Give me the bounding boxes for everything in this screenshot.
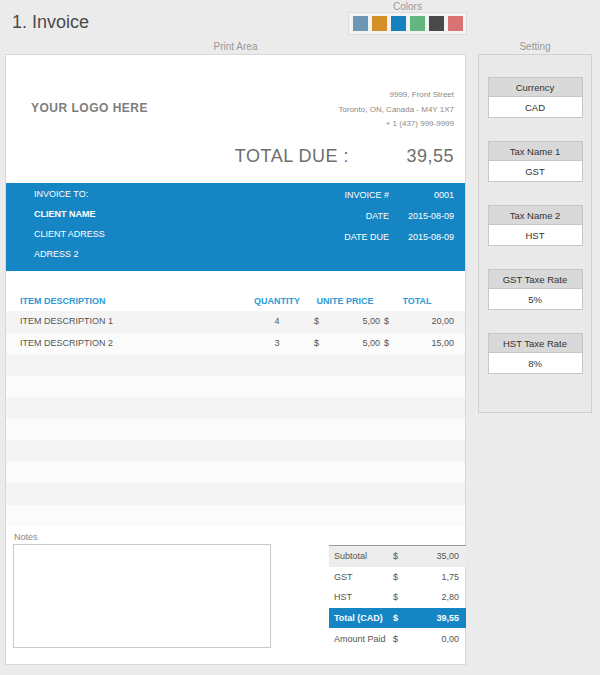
summary-row: Total (CAD) $ 39,55 [329, 608, 466, 629]
item-unit-price-cell[interactable]: 5,00 [336, 311, 380, 333]
summary-row: Amount Paid $ 0,00 [329, 628, 466, 649]
summary-currency: $ [393, 551, 407, 561]
setting-field-label: HST Taxe Rate [488, 333, 583, 353]
item-description-cell[interactable]: ITEM DESCRIPTION 2 [6, 333, 244, 355]
total-due-row: TOTAL DUE : 39,55 [235, 146, 454, 167]
setting-field-group: GST Taxe Rate 5% [488, 269, 583, 310]
table-row: ITEM DESCRIPTION 2 3 $ 5,00 $ 15,00 [6, 333, 465, 355]
summary-currency: $ [393, 572, 407, 582]
table-row-empty[interactable] [6, 397, 465, 419]
color-palette [348, 12, 467, 35]
table-row-empty[interactable] [6, 354, 465, 376]
summary-label: Total (CAD) [329, 613, 393, 623]
table-row-empty[interactable] [6, 505, 465, 527]
summary-currency: $ [393, 634, 407, 644]
print-area-label: Print Area [5, 41, 466, 52]
table-row-empty[interactable] [6, 462, 465, 484]
notes-input[interactable] [13, 544, 271, 648]
items-table-header: ITEM DESCRIPTION QUANTITY UNITE PRICE TO… [6, 291, 465, 311]
setting-field-group: Currency CAD [488, 77, 583, 118]
item-description-cell[interactable]: ITEM DESCRIPTION 1 [6, 311, 244, 333]
items-table-body: ITEM DESCRIPTION 1 4 $ 5,00 $ 20,00 ITEM… [6, 311, 465, 526]
header-quantity: QUANTITY [244, 296, 310, 306]
invoice-meta-block: INVOICE # 0001 DATE 2015-08-09 DATE DUE … [344, 185, 454, 247]
item-quantity-cell[interactable]: 4 [244, 311, 310, 333]
setting-field-group: Tax Name 1 GST [488, 141, 583, 182]
items-filled-rows: ITEM DESCRIPTION 1 4 $ 5,00 $ 20,00 ITEM… [6, 311, 465, 354]
summary-currency: $ [393, 613, 407, 623]
setting-field-group: HST Taxe Rate 8% [488, 333, 583, 374]
logo-placeholder[interactable]: YOUR LOGO HERE [31, 101, 148, 115]
color-swatch[interactable] [410, 16, 425, 31]
setting-field-label: Currency [488, 77, 583, 97]
summary-label: HST [329, 592, 393, 602]
item-unit-price-cell[interactable]: 5,00 [336, 333, 380, 355]
invoice-meta-label: INVOICE # [344, 190, 389, 200]
client-name-field[interactable]: CLIENT NAME [34, 204, 105, 224]
summary-label: GST [329, 572, 393, 582]
invoice-meta-value[interactable]: 0001 [389, 190, 454, 200]
client-address2-field[interactable]: ADRESS 2 [34, 244, 105, 264]
setting-field-value[interactable]: 8% [488, 353, 583, 374]
color-swatch[interactable] [353, 16, 368, 31]
invoice-meta-label: DATE DUE [344, 232, 389, 242]
summary-row: GST $ 1,75 [329, 567, 466, 588]
table-row-empty[interactable] [6, 440, 465, 462]
setting-panel: Currency CAD Tax Name 1 GST Tax Name 2 H… [478, 54, 592, 413]
item-total-currency: $ [380, 311, 404, 333]
summary-value: 0,00 [407, 634, 466, 644]
invoice-meta-value[interactable]: 2015-08-09 [389, 211, 454, 221]
table-row-empty[interactable] [6, 376, 465, 398]
setting-field-value[interactable]: CAD [488, 97, 583, 118]
summary-value: 39,55 [407, 613, 466, 623]
color-swatch[interactable] [448, 16, 463, 31]
summary-label: Subtotal [329, 551, 393, 561]
company-address-line3: + 1 (437) 999-9999 [339, 117, 454, 132]
invoice-print-area: YOUR LOGO HERE 9999, Front Street Toront… [5, 54, 466, 665]
setting-label: Setting [478, 41, 592, 52]
invoice-meta-value[interactable]: 2015-08-09 [389, 232, 454, 242]
colors-label: Colors [348, 1, 467, 12]
item-total-currency: $ [380, 333, 404, 355]
company-address-line1: 9999, Front Street [339, 88, 454, 103]
items-empty-rows [6, 354, 465, 526]
color-swatch[interactable] [429, 16, 444, 31]
table-row: ITEM DESCRIPTION 1 4 $ 5,00 $ 20,00 [6, 311, 465, 333]
setting-field-value[interactable]: HST [488, 225, 583, 246]
client-info-band: INVOICE TO: CLIENT NAME CLIENT ADRESS AD… [6, 183, 465, 271]
client-address-field[interactable]: CLIENT ADRESS [34, 224, 105, 244]
bill-to-block: INVOICE TO: CLIENT NAME CLIENT ADRESS AD… [34, 184, 105, 264]
table-row-empty[interactable] [6, 483, 465, 505]
summary-value: 2,80 [407, 592, 466, 602]
summary-currency: $ [393, 592, 407, 602]
company-address-line2: Toronto, ON, Canada - M4Y 1X7 [339, 103, 454, 118]
summary-table: Subtotal $ 35,00 GST $ 1,75 HST $ 2,80 [329, 545, 466, 649]
setting-field-label: Tax Name 2 [488, 205, 583, 225]
company-address[interactable]: 9999, Front Street Toronto, ON, Canada -… [339, 88, 454, 132]
setting-field-value[interactable]: 5% [488, 289, 583, 310]
setting-field-label: Tax Name 1 [488, 141, 583, 161]
invoice-to-label: INVOICE TO: [34, 184, 105, 204]
summary-value: 1,75 [407, 572, 466, 582]
item-unit-currency: $ [310, 311, 336, 333]
color-swatch[interactable] [372, 16, 387, 31]
total-due-label: TOTAL DUE : [235, 146, 349, 167]
header-total: TOTAL [380, 296, 454, 306]
summary-value: 35,00 [407, 551, 466, 561]
summary-label: Amount Paid [329, 634, 393, 644]
setting-field-label: GST Taxe Rate [488, 269, 583, 289]
summary-row: Subtotal $ 35,00 [329, 546, 466, 567]
table-row-empty[interactable] [6, 419, 465, 441]
setting-field-group: Tax Name 2 HST [488, 205, 583, 246]
item-quantity-cell[interactable]: 3 [244, 333, 310, 355]
setting-field-value[interactable]: GST [488, 161, 583, 182]
page-title: 1. Invoice [12, 12, 89, 33]
header-item-description: ITEM DESCRIPTION [6, 296, 244, 306]
header-unit-price: UNITE PRICE [310, 296, 380, 306]
invoice-app: 1. Invoice Colors Print Area Setting YOU… [0, 0, 600, 675]
color-swatch[interactable] [391, 16, 406, 31]
summary-row: HST $ 2,80 [329, 587, 466, 608]
invoice-meta-label: DATE [344, 211, 389, 221]
total-due-value: 39,55 [349, 146, 454, 167]
item-unit-currency: $ [310, 333, 336, 355]
